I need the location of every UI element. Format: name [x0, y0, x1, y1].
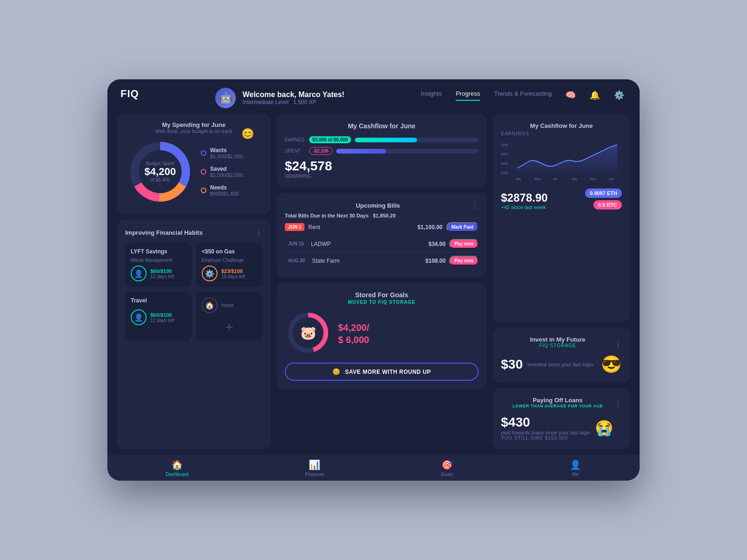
habit-travel-progress: $60/$100 [150, 312, 174, 318]
bills-total-label: Total Bills Due in the Next 30 Days [285, 213, 369, 218]
habit-home-label: Home [221, 303, 234, 308]
habit-travel-icon: 👤 [131, 309, 147, 325]
loans-amount: $430 [501, 415, 590, 430]
svg-text:$100: $100 [501, 171, 508, 175]
spending-card-inner: My Spending for June Well done, your bud… [125, 121, 262, 207]
earned-bar-wrap [355, 138, 479, 142]
habit-home-icon: 🏠 [202, 297, 218, 313]
middle-column: My Cashflow for June EARNED $3,000 of $6… [276, 114, 487, 449]
svg-text:$250: $250 [501, 143, 508, 147]
habit-lyft-days: 12 days left [150, 274, 174, 279]
save-btn-emoji: 😊 [332, 368, 340, 375]
habit-home-row: 🏠 Home [202, 297, 257, 313]
user-section: 🤖 Welcome back, Marco Yates! Intermediat… [215, 88, 344, 108]
loans-text-wrap: $430 paid towards loans since your last … [501, 415, 590, 441]
add-icon[interactable]: ＋ [223, 318, 236, 336]
crypto-badges: 0.9087 ETH 0.5 BTC [585, 189, 622, 210]
bill-name-1: LADWP [311, 241, 425, 247]
bell-icon[interactable]: 🔔 [587, 88, 602, 103]
bill-row-2: AUG 30 State Farm $108.00 Pay now [285, 252, 479, 269]
habit-gas-sub: Employer Challenge [202, 258, 257, 263]
bill-btn-1[interactable]: Pay now [449, 239, 479, 249]
tab-insights[interactable]: Insights [421, 90, 442, 101]
habit-gas-icon: ⚙️ [202, 266, 218, 281]
habits-menu[interactable]: ⋮ [255, 228, 262, 237]
bills-menu[interactable]: ⋮ [471, 201, 479, 210]
invest-content: $30 invested since your last login 😎 [501, 355, 622, 374]
needs-name: Needs [210, 184, 239, 191]
bill-btn-0[interactable]: Mark Paid [446, 222, 479, 232]
spending-legend: Wants $1,500/$2,000 Saved $1,500/$2,000 [201, 147, 262, 196]
nav-tabs: Insights Progress Trends & Forecasting [421, 90, 554, 101]
tab-trends[interactable]: Trends & Forecasting [494, 90, 552, 101]
bills-total-row: Total Bills Due in the Next 30 Days $1,8… [285, 213, 479, 218]
nav-me[interactable]: 👤 Me [570, 459, 581, 477]
habits-card: Improving Financial Habits ⋮ LYFT Saving… [117, 220, 271, 449]
loans-content: $430 paid towards loans since your last … [501, 415, 622, 441]
habit-gas-progress: $23/$100 [221, 268, 245, 274]
earned-bar [355, 138, 416, 142]
goals-amount-text: $4,200/$ 6,000 [338, 322, 369, 345]
habit-lyft: LYFT Savings Waste Management 👤 $60/$100… [125, 243, 191, 287]
bills-title-wrap: Upcoming Bills [285, 202, 471, 209]
loans-menu[interactable]: ⋮ [614, 400, 622, 409]
saved-value: $1,500/$2,000 [210, 172, 243, 178]
bill-date-0: JUN 1 [285, 223, 304, 231]
saved-name: Saved [210, 166, 243, 172]
me-label: Me [572, 472, 579, 477]
habit-lyft-bottom: 👤 $60/$100 12 days left [131, 266, 186, 281]
save-round-up-button[interactable]: 😊 SAVE MORE WITH ROUND UP [285, 363, 479, 381]
invest-sub: FIQ STORAGE [501, 343, 614, 348]
spending-content: Budget Spent $4,200 of $5,400 Wants [125, 137, 262, 207]
earnings-change: +42 since last week [501, 204, 548, 210]
avatar: 🤖 [215, 88, 236, 108]
goals-content: 🐷 $4,200/$ 6,000 [285, 309, 479, 356]
invest-amount: $30 [501, 357, 523, 372]
header-left: FIQ [120, 88, 139, 100]
spent-label: SPENT [285, 148, 305, 154]
bill-amount-2: $108.00 [425, 258, 445, 264]
goals-card: Stored For Goals MOVED TO FIQ STORAGE 🐷 … [276, 283, 487, 389]
brain-icon[interactable]: 🧠 [563, 88, 578, 103]
cashflow-earned-row: EARNED $3,000 of $6,000 [285, 136, 479, 143]
goals-donut: 🐷 [285, 309, 331, 356]
cashflow-remaining: $24,578 [285, 159, 332, 174]
earnings-bottom: $2878.90 +42 since last week 0.9087 ETH … [501, 189, 622, 210]
earned-tag: $3,000 of $6,000 [309, 136, 351, 143]
invest-header-row: Invest in My Future FIQ STORAGE ⋮ [501, 336, 622, 352]
bill-btn-2[interactable]: Pay now [449, 256, 479, 266]
needs-info: Needs $900/$1,400 [210, 184, 239, 196]
me-icon: 👤 [570, 459, 581, 470]
bills-total-amount: $1,850.20 [373, 213, 396, 218]
goals-amount: $4,200/$ 6,000 [338, 321, 479, 345]
nav-dashboard[interactable]: 🏠 Dashboard [166, 459, 189, 477]
bottom-nav: 🏠 Dashboard 📊 Finances 🎯 Goals 👤 Me [107, 455, 640, 481]
loans-desc: paid towards loans since your last login [501, 430, 590, 435]
loans-title: Paying Off Loans [501, 397, 614, 404]
main-content: My Spending for June Well done, your bud… [107, 108, 640, 455]
svg-text:May: May [535, 177, 541, 181]
legend-wants: Wants $1,500/$2,000 [201, 147, 262, 159]
finances-label: Finances [305, 472, 324, 477]
settings-icon[interactable]: ⚙️ [612, 88, 627, 103]
spending-donut: Budget Spent $4,200 of $5,400 [125, 137, 195, 207]
invest-menu[interactable]: ⋮ [614, 340, 622, 349]
loans-emoji: 😭 [595, 419, 613, 437]
habit-gas-bottom: ⚙️ $23/$100 15 days left [202, 266, 257, 281]
bill-row-1: JUN 15 LADWP $34.00 Pay now [285, 235, 479, 252]
dashboard-label: Dashboard [166, 472, 189, 477]
add-btn-wrap[interactable]: ＋ [202, 318, 257, 336]
dashboard-icon: 🏠 [171, 459, 183, 470]
cashflow-title: My Cashflow for June [285, 122, 479, 130]
tab-progress[interactable]: Progress [456, 90, 480, 101]
app-container: FIQ 🤖 Welcome back, Marco Yates! Interme… [107, 79, 640, 481]
cashflow-remaining-label: REMAINING [285, 174, 332, 179]
legend-needs: Needs $900/$1,400 [201, 184, 262, 196]
needs-value: $900/$1,400 [210, 191, 239, 196]
bill-row-0: JUN 1 Rent $1,100.00 Mark Paid [285, 218, 479, 235]
donut-of: of $5,400 [144, 177, 176, 182]
invest-title-wrap: Invest in My Future FIQ STORAGE [501, 336, 614, 352]
nav-finances[interactable]: 📊 Finances [305, 459, 324, 477]
svg-text:Jan: Jan [609, 177, 614, 181]
nav-goals[interactable]: 🎯 Goals [441, 459, 453, 477]
